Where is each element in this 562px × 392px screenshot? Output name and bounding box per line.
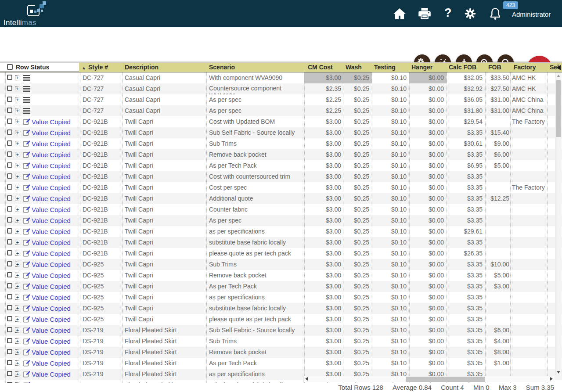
cell-fob[interactable]: $31.00 (486, 94, 509, 105)
cell-description[interactable]: Floral Pleated Skirt (125, 336, 204, 347)
cell-wash[interactable]: $0.25 (345, 215, 369, 226)
cell-style[interactable]: DC-921B (83, 116, 120, 127)
row-status-value-copied[interactable]: Value Copied (32, 149, 71, 160)
row-status-value-copied[interactable]: Value Copied (32, 369, 71, 380)
cell-hanger[interactable]: $0.00 (410, 116, 444, 127)
cell-style[interactable]: DC-925 (83, 314, 120, 325)
cell-description[interactable]: Twill Capri (125, 248, 204, 259)
row-checkbox[interactable] (7, 217, 12, 223)
expand-row-icon[interactable]: + (15, 163, 20, 168)
cell-calc-fob[interactable]: $3.35 (447, 336, 483, 347)
cell-wash[interactable]: $0.25 (345, 347, 369, 358)
row-checkbox[interactable] (7, 173, 12, 179)
row-status-value-copied[interactable]: Value Copied (32, 171, 71, 182)
cell-wash[interactable]: $0.25 (345, 149, 369, 160)
expand-row-icon[interactable]: + (15, 152, 20, 157)
cell-hanger[interactable]: $0.00 (410, 94, 444, 105)
edit-note-icon[interactable] (23, 118, 30, 126)
cell-style[interactable]: DC-727 (83, 105, 120, 116)
cell-cm-cost[interactable]: $3.00 (305, 281, 341, 292)
cell-calc-fob[interactable]: $30.61 (447, 138, 483, 149)
cell-factory[interactable]: AMC HK (512, 83, 546, 94)
cell-fob[interactable]: $5.00 (486, 160, 509, 171)
cell-hanger[interactable]: $0.00 (410, 182, 444, 193)
vertical-scrollbar-thumb[interactable] (556, 80, 561, 137)
edit-note-icon[interactable] (23, 250, 30, 257)
cell-cm-cost[interactable]: $3.00 (305, 72, 341, 83)
cell-cm-cost[interactable]: $3.00 (305, 303, 341, 314)
cell-scenario[interactable]: Sub Self Fabric - Source locally (209, 325, 303, 336)
cell-style[interactable]: DS-219 (83, 325, 120, 336)
cell-style[interactable]: DC-921B (83, 171, 120, 182)
cell-cm-cost[interactable]: $3.00 (305, 358, 341, 369)
cell-hanger[interactable]: $0.00 (410, 72, 444, 83)
edit-note-icon[interactable] (23, 327, 30, 334)
cell-scenario[interactable]: Remove back pocket (209, 270, 303, 281)
row-status-value-copied[interactable]: Value Copied (32, 259, 71, 270)
cell-wash[interactable]: $0.25 (345, 160, 369, 171)
cell-style[interactable]: DS-219 (83, 380, 120, 383)
edit-note-icon[interactable] (23, 261, 30, 268)
edit-note-icon[interactable] (23, 129, 30, 137)
cell-testing[interactable]: $0.10 (373, 259, 407, 270)
cell-cm-cost[interactable]: $2.35 (305, 83, 341, 94)
cell-scenario[interactable]: Cost per spec (209, 182, 303, 193)
cell-calc-fob[interactable]: $3.35 (447, 182, 483, 193)
edit-note-icon[interactable] (23, 305, 30, 312)
cell-calc-fob[interactable]: $29.54 (447, 116, 483, 127)
expand-row-icon[interactable]: + (15, 240, 20, 245)
cell-testing[interactable]: $0.10 (373, 127, 407, 138)
edit-note-icon[interactable] (23, 239, 30, 246)
row-checkbox[interactable] (7, 327, 12, 332)
cell-cm-cost[interactable]: $3.00 (305, 292, 341, 303)
cell-description[interactable]: Twill Capri (125, 116, 204, 127)
cell-testing[interactable]: $0.10 (373, 83, 407, 94)
cell-wash[interactable]: $0.25 (345, 204, 369, 215)
row-checkbox[interactable] (7, 360, 12, 365)
expand-row-icon[interactable]: + (15, 349, 20, 355)
cell-cm-cost[interactable]: $2.25 (305, 94, 341, 105)
cell-wash[interactable]: $0.25 (345, 116, 369, 127)
scroll-up-icon[interactable] (557, 75, 560, 77)
row-checkbox[interactable] (7, 305, 12, 310)
cell-hanger[interactable]: $0.00 (410, 347, 444, 358)
expand-row-icon[interactable]: + (15, 119, 20, 124)
cell-scenario[interactable]: As per Tech Pack (209, 281, 303, 292)
row-checkbox[interactable] (7, 140, 12, 146)
edit-note-icon[interactable] (23, 316, 30, 323)
column-header-wash[interactable]: Wash (346, 63, 362, 72)
row-checkbox[interactable] (7, 97, 12, 102)
user-menu[interactable]: Administrator (512, 11, 551, 18)
expand-row-icon[interactable]: + (15, 306, 20, 311)
cell-wash[interactable]: $0.25 (345, 270, 369, 281)
cell-calc-fob[interactable]: $31.80 (447, 105, 483, 116)
expand-row-icon[interactable]: + (15, 338, 20, 344)
cell-description[interactable]: Casual Capri (125, 72, 204, 83)
expand-row-icon[interactable]: + (15, 251, 20, 256)
row-checkbox[interactable] (7, 294, 12, 299)
row-status-value-copied[interactable]: Value Copied (32, 182, 71, 193)
vertical-scrollbar[interactable] (555, 72, 562, 375)
row-checkbox[interactable] (7, 162, 12, 168)
row-status-value-copied[interactable]: Value Copied (32, 380, 71, 383)
cell-hanger[interactable]: $0.00 (410, 259, 444, 270)
column-header-hanger[interactable]: Hanger (411, 63, 432, 72)
cell-style[interactable]: DC-727 (83, 83, 120, 94)
cell-wash[interactable]: $0.25 (345, 94, 369, 105)
print-icon[interactable] (417, 7, 432, 22)
cell-scenario[interactable]: Remove back pocket (209, 149, 303, 160)
cell-style[interactable]: DC-727 (83, 94, 120, 105)
cell-testing[interactable]: $0.10 (373, 237, 407, 248)
cell-hanger[interactable]: $0.00 (410, 149, 444, 160)
cell-wash[interactable]: $0.25 (345, 138, 369, 149)
row-status-value-copied[interactable]: Value Copied (32, 193, 71, 204)
cell-cm-cost[interactable]: $3.00 (305, 215, 341, 226)
row-checkbox[interactable] (7, 349, 12, 354)
cell-description[interactable]: Floral Pleated Skirt (125, 369, 204, 380)
cell-hanger[interactable]: $0.00 (410, 171, 444, 182)
edit-note-icon[interactable] (23, 206, 30, 213)
cell-testing[interactable]: $0.10 (373, 248, 407, 259)
cell-wash[interactable]: $0.25 (345, 237, 369, 248)
edit-note-icon[interactable] (23, 294, 30, 301)
row-checkbox[interactable] (7, 261, 12, 266)
